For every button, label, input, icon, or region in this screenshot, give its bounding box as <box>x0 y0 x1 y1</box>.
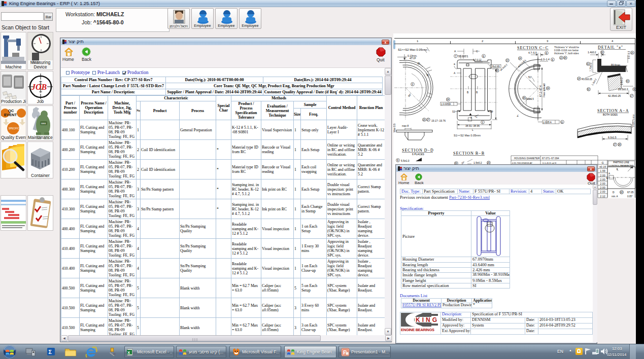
svg-text:2.00: 2.00 <box>600 182 605 185</box>
svg-text:thickness "t", both sides: thickness "t", both sides <box>554 52 579 55</box>
svg-text:WEB: WEB <box>41 122 46 125</box>
svg-text:SECTION B−B: SECTION B−B <box>453 151 485 156</box>
svg-text:∠: ∠ <box>517 114 519 117</box>
svg-text:Free spread: Free spread <box>543 84 546 97</box>
svg-text:S1><S2 Max 0.05mm: S1><S2 Max 0.05mm <box>398 48 427 51</box>
svg-text:S1><S2 Max 0.05mm: S1><S2 Max 0.05mm <box>454 134 481 137</box>
svg-text:16: 16 <box>631 52 634 54</box>
svg-text:7.75±0.2: 7.75±0.2 <box>590 62 592 71</box>
svg-text:D: D <box>613 191 615 194</box>
svg-text:42.35±0.25: 42.35±0.25 <box>608 94 621 97</box>
svg-text:8: 8 <box>546 52 547 55</box>
svg-text:2.00: 2.00 <box>600 190 605 193</box>
svg-text:0.05°: 0.05° <box>627 195 633 198</box>
svg-text:17: 17 <box>630 95 633 97</box>
svg-text:32: 32 <box>587 88 590 91</box>
svg-text:31: 31 <box>587 63 590 65</box>
svg-text:13: 13 <box>560 57 563 59</box>
svg-text:9.0−9.3: 9.0−9.3 <box>628 51 630 59</box>
svg-text:3.7-0.12: 3.7-0.12 <box>473 59 482 61</box>
svg-text:EVENT: EVENT <box>4 113 17 117</box>
svg-text:14: 14 <box>519 57 522 60</box>
svg-text:1.4±0.2: 1.4±0.2 <box>588 51 596 54</box>
svg-text:0.025−0.050: 0.025−0.050 <box>632 114 635 127</box>
svg-text:HOUSING DIAMETER: HOUSING DIAMETER <box>514 157 540 160</box>
svg-text:51°: 51° <box>528 76 532 79</box>
svg-text:1.0−1.4: 1.0−1.4 <box>541 58 550 61</box>
svg-text:1.8±0.2: 1.8±0.2 <box>621 78 623 85</box>
svg-text:33: 33 <box>626 80 629 83</box>
svg-text:4.7−5.5: 4.7−5.5 <box>528 51 537 54</box>
svg-text:DETAIL "a": DETAIL "a" <box>598 45 623 50</box>
svg-text:14: 14 <box>578 78 581 80</box>
svg-text:1.99: 1.99 <box>600 169 605 172</box>
svg-text:E: E <box>606 177 608 180</box>
svg-text:4.95 THICKNESS AT: 4.95 THICKNESS AT <box>512 162 533 164</box>
svg-text:CONTROL PARAMETER: CONTROL PARAMETER <box>609 164 633 167</box>
svg-text:R0.6max.: R0.6max. <box>611 64 621 66</box>
svg-text:67.071−67.094: 67.071−67.094 <box>542 157 559 160</box>
svg-text:SECTION D−D: SECTION D−D <box>402 148 434 153</box>
svg-text:27: 27 <box>614 143 617 146</box>
svg-text:KING: KING <box>416 316 437 324</box>
svg-text:5.5±1.0: 5.5±1.0 <box>401 159 410 162</box>
svg-text:13: 13 <box>506 59 509 62</box>
svg-text:30: 30 <box>601 51 604 54</box>
svg-text:28: 28 <box>618 143 621 146</box>
svg-text:29: 29 <box>496 69 499 72</box>
svg-text:SPECIFICS: SPECIFICS <box>9 127 21 130</box>
svg-text:18: 18 <box>620 191 623 194</box>
svg-text:SECTION C−C: SECTION C−C <box>517 46 549 50</box>
svg-text:6: 6 <box>552 58 553 61</box>
svg-text:ENGINE BEARINGS: ENGINE BEARINGS <box>401 328 434 332</box>
svg-text:0.008−0.016 mm below: 0.008−0.016 mm below <box>554 49 579 52</box>
svg-text:SECTION A−A: SECTION A−A <box>597 109 629 113</box>
svg-text:F: F <box>617 168 618 171</box>
svg-text:S2: S2 <box>490 110 493 113</box>
svg-text:6.0±1.5: 6.0±1.5 <box>608 136 617 139</box>
svg-text:1: 1 <box>482 121 483 124</box>
svg-text:a: a <box>454 62 455 65</box>
svg-text:2.00: 2.00 <box>600 174 605 177</box>
svg-text:67.05: 67.05 <box>627 191 634 194</box>
svg-text:Thickness "e" should be: Thickness "e" should be <box>554 46 579 49</box>
svg-text:Max 0.5: Max 0.5 <box>393 124 396 132</box>
svg-text:∥ 0.05 A: ∥ 0.05 A <box>544 121 552 124</box>
svg-text:2.12: 2.12 <box>600 195 605 198</box>
svg-text:6: 6 <box>633 88 635 91</box>
svg-text:6 PLACES: 6 PLACES <box>412 153 425 156</box>
svg-text:±0.15: ±0.15 <box>599 165 606 168</box>
svg-text:A: A <box>470 117 472 119</box>
svg-text:R3.0±0.25: R3.0±0.25 <box>582 78 592 81</box>
svg-text:∥ 0.005 A: ∥ 0.005 A <box>442 103 451 105</box>
svg-text:6: 6 <box>483 55 484 58</box>
svg-text:S1: S1 <box>452 110 455 113</box>
svg-text:11: 11 <box>561 121 563 124</box>
svg-text:19.17−19.76: 19.17−19.76 <box>431 119 446 122</box>
svg-text:27: 27 <box>427 119 430 121</box>
svg-text:24: 24 <box>547 87 550 90</box>
svg-text:2.00: 2.00 <box>600 178 605 181</box>
svg-text:max 8: max 8 <box>402 125 409 127</box>
svg-text:35: 35 <box>523 97 526 99</box>
svg-text:9: 9 <box>397 159 398 162</box>
svg-text:G: G <box>601 161 603 164</box>
svg-text:min. A: min. A <box>612 195 618 198</box>
svg-text:PARTING LINE: PARTING LINE <box>613 161 629 164</box>
svg-text:Ro0.89: Ro0.89 <box>492 65 500 68</box>
svg-text:2: 2 <box>412 83 413 86</box>
svg-text:JOB: JOB <box>31 83 47 91</box>
svg-text:7: 7 <box>455 55 456 58</box>
svg-text:13±1.5: 13±1.5 <box>527 98 534 100</box>
svg-text:34: 34 <box>564 57 567 59</box>
svg-text:Σ: Σ <box>49 349 52 355</box>
svg-text:24: 24 <box>447 98 450 101</box>
svg-text:67.2−67.4: 67.2−67.4 <box>539 85 542 97</box>
svg-text:D 0.45 E nd H: D 0.45 E nd H <box>543 162 556 164</box>
svg-text:29.5±0.3: 29.5±0.3 <box>618 88 628 91</box>
svg-text:BOTH SIDES: BOTH SIDES <box>603 114 618 116</box>
svg-text:15: 15 <box>423 119 426 121</box>
svg-text:X: X <box>127 350 130 355</box>
svg-text:4TYP: 4TYP <box>410 57 416 60</box>
svg-text:A: A <box>608 172 610 175</box>
